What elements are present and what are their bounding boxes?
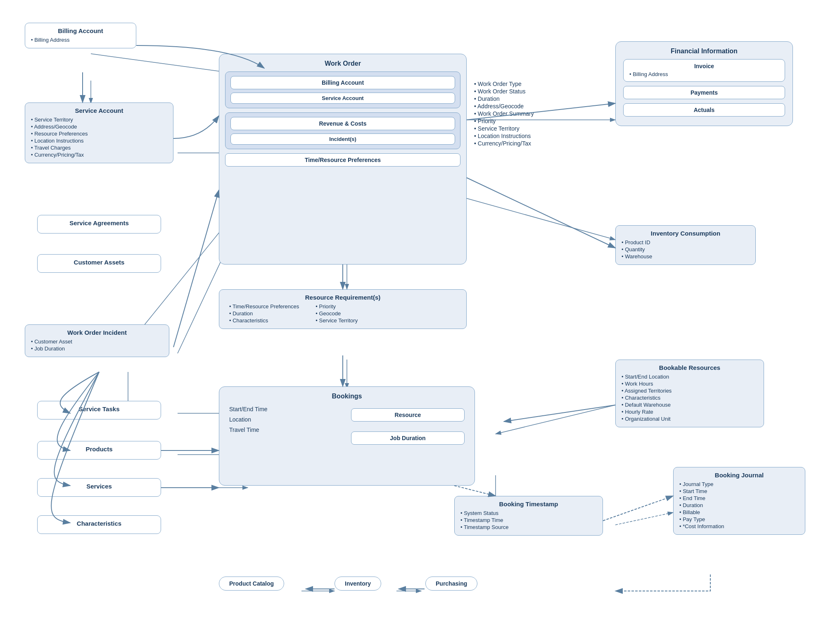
bookings-resource-box: Resource [351, 408, 465, 422]
financial-information-title: Financial Information [623, 48, 785, 55]
bookings-travel: Travel Time [229, 425, 343, 435]
rr-items-left: Time/Resource Preferences Duration Chara… [229, 303, 299, 324]
invoice-items: Billing Address [629, 71, 779, 77]
wo-field-0: Work Order Type [474, 81, 534, 87]
bj-item-4: Billable [679, 509, 799, 515]
purchasing-pill: Purchasing [425, 577, 477, 591]
characteristics-left-title: Characteristics [43, 520, 155, 527]
wo-field-1: Work Order Status [474, 88, 534, 95]
resource-requirements-title: Resource Requirement(s) [225, 294, 460, 301]
br-item-6: Organizational Unit [622, 416, 758, 422]
sa-item-4: Travel Charges [31, 145, 167, 151]
rr-right-2: Service Territory [316, 317, 358, 324]
wo-field-7: Location Instructions [474, 133, 534, 139]
resource-requirements-columns: Time/Resource Preferences Duration Chara… [225, 303, 460, 324]
rr-left-2: Characteristics [229, 317, 299, 324]
bt-item-1: Timestamp Time [460, 517, 597, 523]
service-account-title: Service Account [31, 107, 167, 114]
service-tasks-box: Service Tasks [37, 401, 161, 419]
work-order-incident-items: Customer Asset Job Duration [31, 338, 163, 352]
bj-item-5: Pay Type [679, 516, 799, 522]
inventory-pill: Inventory [335, 577, 381, 591]
bookings-start-end: Start/End Time [229, 404, 343, 415]
characteristics-left-box: Characteristics [37, 515, 161, 534]
bt-item-2: Timestamp Source [460, 524, 597, 530]
bookable-resources-title: Bookable Resources [622, 364, 758, 371]
ic-item-0: Product ID [622, 239, 750, 245]
services-box: Services [37, 478, 161, 497]
bookable-resources-box: Bookable Resources Start/End Location Wo… [615, 360, 764, 427]
product-catalog-pill: Product Catalog [219, 577, 284, 591]
booking-timestamp-title: Booking Timestamp [460, 500, 597, 508]
work-order-container-title: Work Order [225, 60, 460, 67]
bj-item-2: End Time [679, 495, 799, 501]
service-agreements-box: Service Agreements [37, 215, 161, 234]
invoice-title: Invoice [629, 63, 779, 69]
products-box: Products [37, 441, 161, 460]
ic-item-1: Quantity [622, 246, 750, 253]
ic-item-2: Warehouse [622, 253, 750, 260]
booking-journal-box: Booking Journal Journal Type Start Time … [673, 467, 805, 535]
woi-item-0: Customer Asset [31, 338, 163, 345]
services-title: Services [43, 483, 155, 490]
incidents-inner: Incident(s) [230, 133, 455, 145]
sa-item-1: Address/Geocode [31, 124, 167, 130]
work-order-incident-box: Work Order Incident Customer Asset Job D… [25, 324, 169, 357]
bt-item-0: System Status [460, 510, 597, 516]
billing-account-top-title: Billing Account [31, 27, 130, 34]
sa-item-3: Location Instructions [31, 138, 167, 144]
bookings-job-duration-box: Job Duration [351, 431, 465, 445]
billing-account-top-box: Billing Account Billing Address [25, 23, 136, 48]
bj-item-3: Duration [679, 502, 799, 508]
work-order-fields: Work Order Type Work Order Status Durati… [474, 81, 534, 148]
service-account-box: Service Account Service Territory Addres… [25, 102, 173, 163]
products-title: Products [43, 446, 155, 453]
bookings-content: Start/End Time Location Travel Time Reso… [225, 404, 469, 448]
bookings-right: Resource Job Duration [351, 404, 465, 448]
bj-item-0: Journal Type [679, 481, 799, 487]
diagram: Billing Account Billing Address Service … [0, 0, 840, 641]
wo-field-8: Currency/Pricing/Tax [474, 140, 534, 147]
booking-journal-items: Journal Type Start Time End Time Duratio… [679, 481, 799, 529]
billing-account-inner: Billing Account [230, 76, 455, 89]
billing-account-top-item-0: Billing Address [31, 37, 130, 43]
bookings-left: Start/End Time Location Travel Time [229, 404, 343, 448]
bj-item-1: Start Time [679, 488, 799, 494]
resource-requirements-box: Resource Requirement(s) Time/Resource Pr… [219, 289, 467, 329]
customer-assets-title: Customer Assets [43, 259, 155, 266]
wo-field-6: Service Territory [474, 125, 534, 132]
rr-left-1: Duration [229, 310, 299, 317]
invoice-item-0: Billing Address [629, 71, 779, 77]
service-tasks-title: Service Tasks [43, 405, 155, 412]
woi-item-1: Job Duration [31, 346, 163, 352]
inventory-consumption-title: Inventory Consumption [622, 230, 750, 237]
inventory-consumption-items: Product ID Quantity Warehouse [622, 239, 750, 260]
revenue-costs-inner: Revenue & Costs [230, 117, 455, 130]
wo-field-4: Work Order Summary [474, 110, 534, 117]
rr-items-right: Priority Geocode Service Territory [316, 303, 358, 324]
br-item-3: Characteristics [622, 395, 758, 401]
rr-right-0: Priority [316, 303, 358, 310]
inventory-consumption-box: Inventory Consumption Product ID Quantit… [615, 225, 756, 265]
br-item-5: Hourly Rate [622, 409, 758, 415]
bj-item-6: *Cost Information [679, 523, 799, 529]
rr-right-1: Geocode [316, 310, 358, 317]
bookings-container: Bookings Start/End Time Location Travel … [219, 386, 475, 486]
bookings-location: Location [229, 415, 343, 425]
work-order-incident-title: Work Order Incident [31, 329, 163, 336]
payments-box: Payments [623, 86, 785, 99]
wo-field-2: Duration [474, 95, 534, 102]
booking-timestamp-box: Booking Timestamp System Status Timestam… [454, 496, 603, 536]
service-account-inner: Service Account [230, 93, 455, 104]
br-item-2: Assigned Territories [622, 388, 758, 394]
work-order-container: Work Order Billing Account Service Accou… [219, 54, 467, 265]
rr-left-0: Time/Resource Preferences [229, 303, 299, 310]
bookings-title: Bookings [225, 393, 469, 400]
br-item-0: Start/End Location [622, 374, 758, 380]
time-resource-inner: Time/Resource Preferences [225, 153, 460, 167]
sa-item-2: Resource Preferences [31, 131, 167, 137]
booking-journal-title: Booking Journal [679, 472, 799, 479]
wo-field-5: Priority [474, 118, 534, 124]
service-agreements-title: Service Agreements [43, 219, 155, 226]
billing-account-top-items: Billing Address [31, 37, 130, 43]
